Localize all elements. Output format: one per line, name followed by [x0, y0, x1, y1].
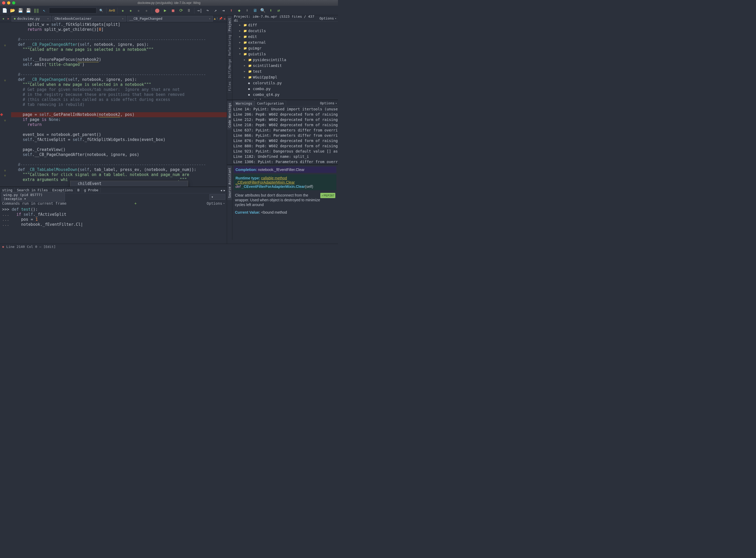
- vertical-tab[interactable]: Code Warnings: [227, 101, 232, 129]
- shell-line[interactable]: ... if self._fActiveSplit: [2, 212, 225, 217]
- vertical-tab[interactable]: Files: [227, 80, 232, 93]
- warning-item[interactable]: Line 14: PyLint: Unused import itertools…: [233, 106, 337, 112]
- vertical-tab[interactable]: Refactoring: [227, 33, 232, 57]
- autocomplete-item[interactable]: children: [70, 186, 188, 186]
- code-line[interactable]: def __CB_PageChangedAfter(self, notebook…: [11, 42, 227, 47]
- tree-item[interactable]: ●dialogs.py: [232, 98, 338, 100]
- search-icon[interactable]: 🔍: [98, 7, 104, 14]
- code-line[interactable]: [11, 157, 227, 162]
- bookmark-prev-icon[interactable]: ★: [135, 7, 142, 14]
- file-tab-dropdown[interactable]: ● dockview.py ▾: [11, 16, 51, 22]
- display-icon[interactable]: 🖥: [252, 7, 258, 14]
- class-dropdown[interactable]: CNotebookContainer ▾: [52, 16, 126, 22]
- window-maximize-button[interactable]: [12, 1, 15, 4]
- code-line[interactable]: page = self._GetPanelInNotebook(notebook…: [11, 112, 227, 117]
- tree-item[interactable]: ▶📁edit: [232, 34, 338, 40]
- window-close-button[interactable]: [2, 1, 5, 4]
- bottom-tab[interactable]: g Probe: [82, 187, 101, 193]
- run-icon[interactable]: ▶: [162, 7, 168, 14]
- code-line[interactable]: #---------------------------------------…: [11, 162, 227, 167]
- add-icon[interactable]: +: [134, 201, 136, 205]
- shell-line[interactable]: ... notebook._fEventFilter.Cl|: [2, 222, 225, 227]
- tree-item[interactable]: ▶📁docutils: [232, 28, 338, 34]
- code-line[interactable]: [11, 127, 227, 132]
- autocomplete-item[interactable]: childEvent: [70, 181, 188, 186]
- stack-up-icon[interactable]: ⬆: [228, 7, 234, 14]
- bottom-options[interactable]: Options: [207, 201, 222, 205]
- tree-item[interactable]: ▶📁external: [232, 40, 338, 45]
- code-line[interactable]: if page is None:: [11, 117, 227, 122]
- breakpoint-icon[interactable]: [0, 113, 3, 116]
- tree-item[interactable]: ▶📁diff: [232, 22, 338, 28]
- save-icon[interactable]: 💾: [17, 7, 24, 14]
- tree-item[interactable]: ▶📁pysidescintilla: [232, 57, 338, 63]
- pause-icon[interactable]: ⏸: [186, 7, 192, 14]
- code-line[interactable]: #---------------------------------------…: [11, 37, 227, 42]
- shell-line[interactable]: ... pos = 1: [2, 217, 225, 222]
- code-line[interactable]: event_box = notebook.get_parent(): [11, 132, 227, 137]
- debug-shell[interactable]: >>> def test():... if self._fActiveSplit…: [0, 207, 227, 244]
- code-editor[interactable]: ▽▽▽▽▽ split_w = self._fGtkSplitWidgets[s…: [0, 22, 227, 186]
- tree-item[interactable]: ▶📁WGuiCppImpl: [232, 74, 338, 80]
- tree-item[interactable]: ▶📁guimgr: [232, 45, 338, 51]
- toolbar-search-input[interactable]: [49, 8, 97, 14]
- bottom-tab-nav[interactable]: ◀ ▶: [219, 188, 227, 192]
- code-line[interactable]: # tab removing in rebuild): [11, 102, 227, 107]
- stick-icon[interactable]: 📌: [219, 17, 223, 20]
- fold-icon[interactable]: ▽: [4, 168, 6, 173]
- code-line[interactable]: """Called when a new page is selected in…: [11, 82, 227, 87]
- step-return-icon[interactable]: ⇥: [220, 7, 227, 14]
- code-line[interactable]: [11, 52, 227, 57]
- function-dropdown[interactable]: __CB_PageChanged ▾: [127, 16, 213, 22]
- tree-item[interactable]: ●combo.py: [232, 86, 338, 92]
- warning-item[interactable]: Line 1306: PyLint: Parameters differ fro…: [233, 159, 337, 164]
- code-line[interactable]: """Callback for click signal on a tab la…: [11, 172, 227, 177]
- goto-icon[interactable]: ↖: [41, 7, 47, 14]
- warning-item[interactable]: Line 212: Pep8: W602 deprecated form of …: [233, 117, 337, 122]
- window-minimize-button[interactable]: [7, 1, 10, 4]
- bug-icon[interactable]: ✱: [2, 245, 4, 249]
- code-line[interactable]: self._fActiveSplit = self._fGtkSplitWidg…: [11, 137, 227, 142]
- vertical-tab[interactable]: Source Assistant: [227, 166, 232, 200]
- warning-icon[interactable]: ▲: [214, 17, 216, 20]
- step-over-icon[interactable]: ↷: [204, 7, 211, 14]
- code-line[interactable]: def _CB_TabLabelMouseDown(self, tab_labe…: [11, 167, 227, 172]
- options-icon[interactable]: ⁝: [217, 17, 218, 20]
- code-line[interactable]: return: [11, 122, 227, 127]
- project-options[interactable]: Options: [319, 16, 334, 20]
- autocomplete-popup[interactable]: childEventchildrenClearconnectNotifycust…: [70, 181, 188, 186]
- code-line[interactable]: # (this callback is also called as a sid…: [11, 97, 227, 102]
- code-line[interactable]: self.__EnsurePageFocus(notebook2): [11, 57, 227, 62]
- tab-configuration[interactable]: Configuration: [255, 101, 286, 106]
- warnings-options[interactable]: Options: [320, 101, 335, 105]
- code-line[interactable]: def __CB_PageChanged(self, notebook, ign…: [11, 77, 227, 82]
- bookmark-star2-icon[interactable]: ★: [128, 7, 134, 14]
- code-line[interactable]: return split_w.get_children()[0]: [11, 27, 227, 32]
- code-line[interactable]: [11, 142, 227, 147]
- project-tree[interactable]: ▶📁diff▶📁docutils▶📁edit▶📁external▶📁guimgr…: [232, 22, 338, 100]
- code-line[interactable]: [11, 107, 227, 112]
- code-line[interactable]: [11, 32, 227, 37]
- step-out-icon[interactable]: ↗: [212, 7, 219, 14]
- warning-item[interactable]: Line 876: Pep8: W602 deprecated form of …: [233, 138, 337, 143]
- replace-icon[interactable]: A⇄B: [109, 7, 115, 14]
- save-all-icon[interactable]: 💾: [25, 7, 32, 14]
- warning-item[interactable]: Line 866: PyLint: Parameters differ from…: [233, 133, 337, 138]
- warnings-list[interactable]: Line 14: PyLint: Unused import itertools…: [232, 106, 338, 164]
- code-line[interactable]: # in the registry because these are posi…: [11, 92, 227, 97]
- warning-item[interactable]: Line 1182: Undefined name: split_i: [233, 154, 337, 159]
- shell-line[interactable]: >>> def test():: [2, 207, 225, 212]
- warning-item[interactable]: Line 923: PyLint: Dangerous default valu…: [233, 149, 337, 154]
- record-icon[interactable]: ⬤: [154, 7, 160, 14]
- fold-icon[interactable]: ▽: [4, 173, 6, 178]
- bottom-tab[interactable]: B: [75, 187, 82, 193]
- fold-icon[interactable]: ▽: [4, 118, 6, 123]
- tree-item[interactable]: ▶📁test: [232, 69, 338, 74]
- warning-item[interactable]: Line 206: Pep8: W602 deprecated form of …: [233, 112, 337, 117]
- code-line[interactable]: page._CreateView(): [11, 147, 227, 152]
- restart-icon[interactable]: ⟳: [178, 7, 184, 14]
- fold-icon[interactable]: ▽: [4, 43, 6, 48]
- frame-dropdown[interactable]: ▾: [209, 194, 225, 200]
- tree-item[interactable]: ▶📁scintillaedit: [232, 63, 338, 69]
- code-line[interactable]: #---------------------------------------…: [11, 72, 227, 77]
